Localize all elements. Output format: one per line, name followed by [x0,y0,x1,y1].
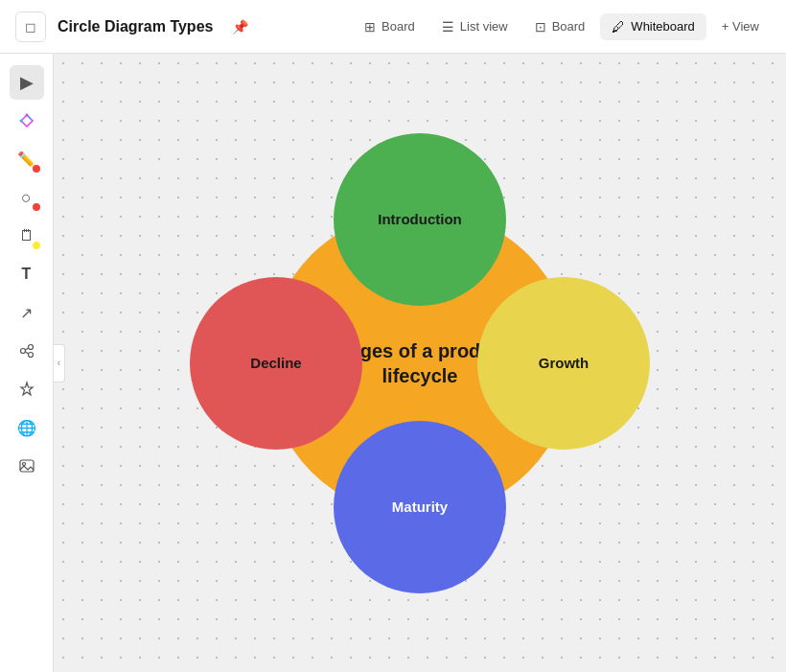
tool-image[interactable] [10,449,44,483]
tab-board1-label: Board [381,19,415,34]
tool-pen[interactable]: ✏️ [10,142,44,176]
header: ◻ Circle Diagram Types 📌 ⊞ Board ☰ List … [0,0,786,54]
venn-diagram: Stages of a product lifecycle Introducti… [171,114,669,613]
app-icon-symbol: ◻ [25,19,36,35]
image-icon [18,457,35,475]
circle-maturity: Maturity [334,421,506,593]
main-layout: ▶ ✏️ ○ 🗒 T ↗ [0,54,786,672]
svg-line-6 [25,352,28,354]
tool-globe[interactable]: 🌐 [10,410,44,445]
tab-board2-label: Board [552,19,586,34]
view-button-label: + View [722,19,759,34]
tool-magic[interactable] [10,372,44,406]
cursor-icon: ▶ [20,72,34,93]
view-button[interactable]: + View [710,13,771,39]
magic-icon [18,381,35,398]
nav-tabs: ⊞ Board ☰ List view ⊡ Board 🖊 Whiteboard… [353,13,771,40]
circle-icon: ○ [21,188,32,208]
tab-board2[interactable]: ⊡ Board [523,13,597,40]
tool-circle[interactable]: ○ [10,180,44,215]
text-icon: T [22,266,32,283]
sticky-icon: 🗒 [19,227,35,244]
sticky-dot [33,242,40,249]
tool-sticky[interactable]: 🗒 [10,219,44,253]
tool-diagram[interactable] [10,334,44,368]
arrow-icon: ↗ [20,304,33,322]
svg-point-8 [22,463,25,466]
svg-line-5 [25,348,28,350]
whiteboard-canvas[interactable]: ‹ Stages of a product lifecycle Introduc… [54,54,786,672]
diagram-icon [18,342,35,359]
maturity-label: Maturity [392,498,448,515]
whiteboard-icon: 🖊 [612,19,625,35]
svg-point-2 [20,349,25,354]
page-title: Circle Diagram Types [58,18,213,35]
svg-point-4 [28,353,33,358]
circle-introduction: Introduction [334,133,506,306]
tool-cursor[interactable]: ▶ [10,65,44,100]
board2-icon: ⊡ [535,19,546,35]
svg-point-0 [25,114,28,117]
tool-arrow[interactable]: ↗ [10,295,44,330]
circle-growth: Growth [477,277,650,450]
smart-shape-icon [18,112,35,129]
sidebar: ▶ ✏️ ○ 🗒 T ↗ [0,54,54,672]
svg-rect-7 [20,460,34,472]
tab-board1[interactable]: ⊞ Board [353,13,427,40]
circle-dot [33,203,40,211]
pen-dot [33,165,40,173]
tab-whiteboard-label: Whiteboard [631,19,694,34]
tool-smart-shape[interactable] [10,104,44,138]
tab-listview[interactable]: ☰ List view [430,13,520,40]
decline-label: Decline [250,355,301,371]
tab-whiteboard[interactable]: 🖊 Whiteboard [600,13,705,40]
collapse-handle[interactable]: ‹ [54,344,65,382]
circle-decline: Decline [190,277,362,450]
pin-icon: 📌 [232,19,248,35]
tool-text[interactable]: T [10,257,44,291]
tab-listview-label: List view [460,19,508,34]
growth-label: Growth [539,355,590,371]
introduction-label: Introduction [378,211,461,227]
globe-icon: 🌐 [17,419,36,437]
listview-icon: ☰ [442,19,454,35]
svg-point-1 [19,120,22,123]
center-label-line2: lifecycle [382,363,458,388]
collapse-icon: ‹ [58,358,60,368]
board1-icon: ⊞ [364,19,376,35]
app-icon: ◻ [15,12,46,42]
svg-point-3 [28,345,33,350]
